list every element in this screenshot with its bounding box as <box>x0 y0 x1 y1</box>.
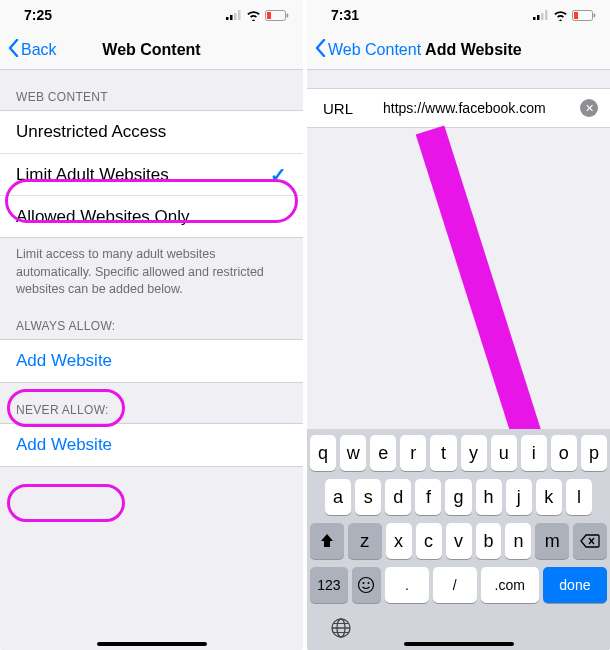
signal-icon <box>533 10 549 20</box>
key-a[interactable]: a <box>325 479 351 515</box>
url-label: URL <box>323 100 383 117</box>
status-bar: 7:25 <box>0 0 303 30</box>
home-indicator <box>97 642 207 646</box>
globe-icon[interactable] <box>330 617 352 644</box>
svg-point-16 <box>363 582 365 584</box>
svg-rect-2 <box>234 13 237 20</box>
svg-rect-1 <box>230 15 233 20</box>
key-q[interactable]: q <box>310 435 336 471</box>
backspace-key[interactable] <box>573 523 607 559</box>
keyboard-row: zxcvbnm <box>310 523 607 559</box>
keyboard-row: qwertyuiop <box>310 435 607 471</box>
key-r[interactable]: r <box>400 435 426 471</box>
back-button[interactable]: Back <box>8 39 57 61</box>
url-input[interactable] <box>383 100 580 116</box>
key-d[interactable]: d <box>385 479 411 515</box>
signal-icon <box>226 10 242 20</box>
key-y[interactable]: y <box>461 435 487 471</box>
key-n[interactable]: n <box>505 523 531 559</box>
svg-rect-13 <box>594 13 596 17</box>
key-h[interactable]: h <box>476 479 502 515</box>
back-label: Back <box>21 41 57 59</box>
status-bar: 7:31 <box>307 0 610 30</box>
nav-bar: Back Web Content <box>0 30 303 70</box>
key-i[interactable]: i <box>521 435 547 471</box>
key-o[interactable]: o <box>551 435 577 471</box>
key-j[interactable]: j <box>506 479 532 515</box>
emoji-key[interactable] <box>352 567 381 603</box>
chevron-left-icon <box>315 39 326 61</box>
key-w[interactable]: w <box>340 435 366 471</box>
wifi-icon <box>553 10 568 21</box>
key-k[interactable]: k <box>536 479 562 515</box>
key-t[interactable]: t <box>430 435 456 471</box>
page-title: Web Content <box>102 41 200 59</box>
status-icons <box>226 10 289 21</box>
option-label: Unrestricted Access <box>16 122 166 142</box>
svg-rect-7 <box>533 17 536 20</box>
key-g[interactable]: g <box>445 479 471 515</box>
svg-point-15 <box>359 578 374 593</box>
back-label: Web Content <box>328 41 421 59</box>
numbers-key[interactable]: 123 <box>310 567 348 603</box>
back-button[interactable]: Web Content <box>315 39 421 61</box>
shift-key[interactable] <box>310 523 344 559</box>
phone-right: 7:31 Web Content Add Website URL <box>307 0 610 650</box>
svg-rect-10 <box>545 10 548 20</box>
section-footer: Limit access to many adult websites auto… <box>0 238 303 305</box>
battery-icon <box>572 10 596 21</box>
always-allow-group: Add Website <box>0 339 303 383</box>
dot-key[interactable]: . <box>385 567 429 603</box>
highlight-ring <box>7 484 125 522</box>
option-label: Limit Adult Websites <box>16 165 169 185</box>
key-c[interactable]: c <box>416 523 442 559</box>
section-header-always-allow: ALWAYS ALLOW: <box>0 305 303 339</box>
add-website-button-never[interactable]: Add Website <box>0 424 303 466</box>
keyboard-row: asdfghjkl <box>310 479 607 515</box>
key-u[interactable]: u <box>491 435 517 471</box>
svg-point-17 <box>368 582 370 584</box>
clear-icon[interactable]: ✕ <box>580 99 598 117</box>
keyboard-bottom <box>310 611 607 646</box>
key-l[interactable]: l <box>566 479 592 515</box>
svg-rect-8 <box>537 15 540 20</box>
dotcom-key[interactable]: .com <box>481 567 539 603</box>
svg-rect-5 <box>267 12 271 19</box>
key-b[interactable]: b <box>476 523 502 559</box>
home-indicator <box>404 642 514 646</box>
section-header-web-content: WEB CONTENT <box>0 70 303 110</box>
battery-icon <box>265 10 289 21</box>
key-p[interactable]: p <box>581 435 607 471</box>
section-header-never-allow: NEVER ALLOW: <box>0 383 303 423</box>
add-website-label: Add Website <box>16 351 112 371</box>
key-z[interactable]: z <box>348 523 382 559</box>
keyboard: qwertyuiop asdfghjkl zxcvbnm 123 . / .co… <box>307 429 610 650</box>
web-content-options: Unrestricted Access Limit Adult Websites… <box>0 110 303 238</box>
wifi-icon <box>246 10 261 21</box>
option-unrestricted[interactable]: Unrestricted Access <box>0 111 303 153</box>
svg-rect-12 <box>574 12 578 19</box>
svg-rect-6 <box>287 13 289 17</box>
option-limit-adult[interactable]: Limit Adult Websites ✓ <box>0 153 303 195</box>
add-website-label: Add Website <box>16 435 112 455</box>
add-website-button-always[interactable]: Add Website <box>0 340 303 382</box>
key-v[interactable]: v <box>446 523 472 559</box>
svg-rect-9 <box>541 13 544 20</box>
key-x[interactable]: x <box>386 523 412 559</box>
status-time: 7:31 <box>331 7 359 23</box>
key-m[interactable]: m <box>535 523 569 559</box>
done-key[interactable]: done <box>543 567 607 603</box>
page-title: Add Website <box>425 41 522 59</box>
nav-bar: Web Content Add Website <box>307 30 610 70</box>
option-allowed-only[interactable]: Allowed Websites Only <box>0 195 303 237</box>
url-row: URL ✕ <box>307 88 610 128</box>
keyboard-row: 123 . / .com done <box>310 567 607 603</box>
key-s[interactable]: s <box>355 479 381 515</box>
slash-key[interactable]: / <box>433 567 477 603</box>
key-e[interactable]: e <box>370 435 396 471</box>
phone-left: 7:25 Back Web Content WEB CONTENT <box>0 0 303 650</box>
status-icons <box>533 10 596 21</box>
svg-rect-3 <box>238 10 241 20</box>
key-f[interactable]: f <box>415 479 441 515</box>
checkmark-icon: ✓ <box>270 163 287 187</box>
